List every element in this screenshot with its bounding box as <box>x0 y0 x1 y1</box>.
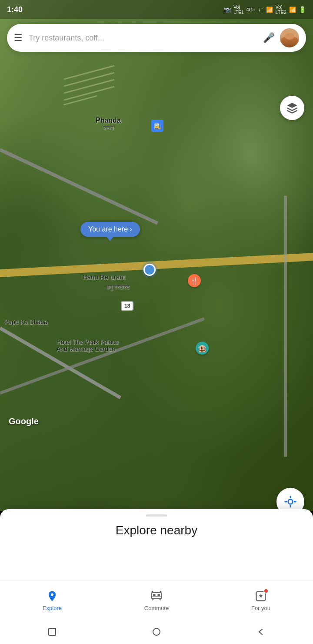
tab-explore[interactable]: Explore <box>0 586 104 615</box>
download-arrow-icon: ↓↑ <box>258 7 263 13</box>
explore-nearby-title: Explore nearby <box>0 520 313 544</box>
tab-commute[interactable]: Commute <box>104 586 209 615</box>
status-time: 1:40 <box>7 5 23 14</box>
mic-icon[interactable]: 🎤 <box>263 32 275 44</box>
hanu-restaurant-label: Hanu Re urant <box>83 273 125 281</box>
highway-road <box>0 252 313 278</box>
svg-point-12 <box>160 591 162 593</box>
menu-icon[interactable]: ☰ <box>14 32 23 44</box>
signal-bars-icon: 📶 <box>266 7 273 13</box>
search-bar[interactable]: ☰ Try restaurants, coff... 🎤 <box>7 24 306 52</box>
hotel-pin: 🏨 <box>196 342 209 355</box>
layers-button[interactable] <box>280 96 304 120</box>
avatar[interactable] <box>280 28 299 47</box>
signal-lte1-text: Vo)LTE1 <box>233 4 243 15</box>
google-watermark: Google <box>9 416 39 426</box>
for-you-label: For you <box>251 605 270 611</box>
home-button[interactable] <box>143 623 170 641</box>
photo-icon: 📷 <box>223 6 231 13</box>
notification-badge <box>263 588 269 594</box>
signal-bars2-icon: 📶 <box>289 7 296 13</box>
back-button[interactable] <box>248 623 274 641</box>
status-bar: 1:40 📷 Vo)LTE1 4G+ ↓↑ 📶 Vo)LTE2 📶 🔋 <box>0 0 313 19</box>
road-lower <box>0 327 121 399</box>
network-4g-icon: 4G+ <box>246 7 255 12</box>
you-are-here-bubble[interactable]: You are here › <box>80 222 140 237</box>
svg-point-15 <box>153 628 160 635</box>
system-navigation <box>0 620 313 644</box>
field-hatch <box>63 72 120 109</box>
map-background: Phanda फन्दा 🚉 You are here › Hanu Re ur… <box>0 0 313 511</box>
restaurant-pin: 🍴 <box>188 274 201 287</box>
search-placeholder[interactable]: Try restaurants, coff... <box>29 34 259 43</box>
phanda-label: Phanda फन्दा <box>96 117 121 131</box>
current-location-dot <box>143 264 156 276</box>
hanu-hindi-label: हनु रेस्टोरेंट <box>107 284 129 291</box>
road-bottom-left <box>0 317 205 395</box>
tab-for-you[interactable]: For you <box>209 586 313 615</box>
road-right-vertical <box>284 196 287 457</box>
commute-icon <box>150 589 163 603</box>
battery-icon: 🔋 <box>299 6 306 13</box>
recent-apps-button[interactable] <box>39 623 65 641</box>
bottom-sheet-handle <box>146 514 167 517</box>
hotel-label: Hotel The Peak Palace And Marriage Garde… <box>57 339 119 352</box>
status-icons: 📷 Vo)LTE1 4G+ ↓↑ 📶 Vo)LTE2 📶 🔋 <box>223 4 306 15</box>
signal-lte2-text: Vo)LTE2 <box>276 4 286 15</box>
pape-dhaba-label: Pape Ka Dhaba <box>4 319 47 325</box>
for-you-icon <box>254 589 268 603</box>
svg-point-0 <box>288 500 293 504</box>
commute-label: Commute <box>144 605 169 611</box>
svg-point-11 <box>152 591 153 593</box>
road-upper-diagonal <box>0 148 158 225</box>
road-number-badge: 18 <box>121 301 133 311</box>
svg-rect-14 <box>49 628 56 635</box>
bottom-navigation: Explore Commute For you <box>0 580 313 620</box>
map-container[interactable]: Phanda फन्दा 🚉 You are here › Hanu Re ur… <box>0 0 313 511</box>
user-avatar <box>280 28 299 47</box>
explore-label: Explore <box>43 605 62 611</box>
explore-icon <box>45 589 59 603</box>
train-station-icon: 🚉 <box>151 120 163 132</box>
